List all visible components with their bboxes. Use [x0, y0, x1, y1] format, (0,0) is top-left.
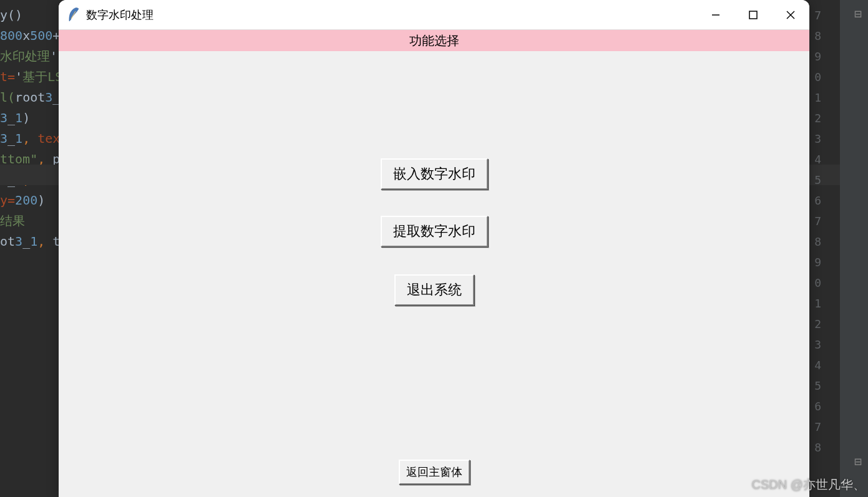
- line-number: 5: [814, 375, 821, 396]
- minimize-icon: [711, 11, 720, 19]
- collapse-icon[interactable]: ⊟: [854, 451, 862, 472]
- window-titlebar[interactable]: 数字水印处理: [59, 0, 809, 30]
- line-number: 8: [814, 231, 821, 252]
- line-number: 5: [814, 170, 821, 190]
- collapse-icon[interactable]: ⊟: [854, 4, 862, 24]
- line-number: 3: [814, 334, 821, 355]
- line-number: 4: [814, 149, 821, 170]
- line-number: 1: [814, 87, 821, 108]
- close-icon: [786, 11, 795, 19]
- close-button[interactable]: [772, 0, 809, 30]
- tkinter-window: 数字水印处理 功能选择 嵌入数字水印 提取数字水印 退出系统 返回主窗体: [59, 0, 809, 497]
- line-number: 0: [814, 67, 821, 87]
- window-body: 嵌入数字水印 提取数字水印 退出系统 返回主窗体: [59, 51, 809, 497]
- exit-system-button[interactable]: 退出系统: [394, 274, 474, 306]
- function-select-header: 功能选择: [59, 30, 809, 51]
- embed-watermark-button[interactable]: 嵌入数字水印: [381, 158, 488, 190]
- python-feather-icon: [67, 7, 80, 22]
- line-number: 0: [814, 273, 821, 293]
- back-main-button[interactable]: 返回主窗体: [399, 460, 470, 485]
- line-number: 4: [814, 355, 821, 375]
- right-gutter: ⊟ ⊟: [840, 0, 868, 497]
- svg-rect-2: [749, 11, 757, 19]
- line-number: 8: [814, 26, 821, 46]
- line-number: 2: [814, 108, 821, 128]
- line-number: 8: [814, 437, 821, 458]
- line-number: 6: [814, 190, 821, 211]
- csdn-watermark: CSDN @亦世凡华、: [751, 476, 866, 493]
- window-title: 数字水印处理: [86, 7, 697, 22]
- line-number: 9: [814, 252, 821, 273]
- line-number: 7: [814, 5, 821, 26]
- maximize-button[interactable]: [734, 0, 772, 30]
- line-number: 6: [814, 396, 821, 417]
- header-label: 功能选择: [409, 32, 459, 49]
- maximize-icon: [749, 11, 758, 19]
- minimize-button[interactable]: [697, 0, 734, 30]
- line-number: 3: [814, 128, 821, 149]
- line-number: 7: [814, 211, 821, 231]
- line-number: 1: [814, 293, 821, 314]
- line-number-gutter: 7890123456789012345678: [814, 5, 821, 458]
- line-number: 7: [814, 417, 821, 437]
- line-number: 2: [814, 314, 821, 334]
- line-number: 9: [814, 46, 821, 67]
- extract-watermark-button[interactable]: 提取数字水印: [381, 216, 488, 247]
